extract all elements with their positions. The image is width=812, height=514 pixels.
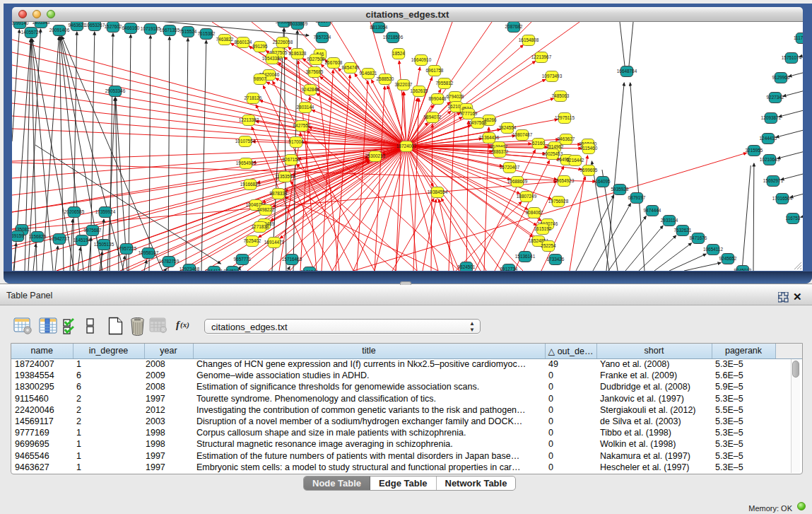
svg-text:16640910: 16640910: [411, 57, 432, 62]
svg-text:15751074: 15751074: [782, 55, 802, 60]
svg-text:8813054: 8813054: [370, 25, 388, 30]
svg-text:18524: 18524: [392, 51, 405, 56]
svg-text:9084067: 9084067: [526, 210, 543, 215]
svg-text:8464121: 8464121: [206, 269, 223, 271]
svg-text:16782759: 16782759: [159, 259, 180, 264]
svg-text:6794028: 6794028: [447, 94, 464, 99]
svg-text:6961758: 6961758: [426, 68, 444, 73]
svg-text:16648784: 16648784: [617, 69, 637, 74]
svg-text:8135074: 8135074: [316, 22, 334, 23]
svg-text:2087682: 2087682: [505, 24, 523, 29]
svg-text:(x): (x): [180, 320, 189, 329]
svg-text:16671355: 16671355: [160, 28, 180, 33]
svg-text:164095: 164095: [595, 179, 611, 184]
svg-text:1805343: 1805343: [33, 22, 50, 25]
svg-text:10210643: 10210643: [760, 157, 780, 162]
svg-text:2803144: 2803144: [297, 105, 314, 110]
svg-text:9975687: 9975687: [84, 228, 102, 233]
svg-text:9474444: 9474444: [644, 208, 661, 213]
svg-text:17359924: 17359924: [95, 209, 116, 214]
svg-text:19654985: 19654985: [236, 160, 257, 165]
svg-text:10688609: 10688609: [507, 179, 528, 184]
svg-text:98907: 98907: [254, 76, 266, 81]
svg-text:9777169: 9777169: [460, 111, 478, 116]
svg-text:15692971: 15692971: [763, 178, 784, 183]
svg-text:10025453: 10025453: [543, 151, 563, 156]
svg-text:10654112: 10654112: [703, 247, 723, 252]
svg-text:1498222: 1498222: [257, 207, 275, 212]
svg-text:19654923: 19654923: [554, 178, 575, 183]
svg-text:6879197: 6879197: [628, 195, 646, 200]
svg-text:12213382: 12213382: [239, 117, 259, 122]
svg-text:14055724: 14055724: [21, 30, 42, 35]
svg-text:7857224: 7857224: [314, 35, 331, 40]
svg-text:11353594: 11353594: [275, 174, 295, 179]
svg-text:2933114: 2933114: [661, 218, 678, 223]
svg-text:8267150: 8267150: [283, 157, 300, 162]
svg-text:29053346: 29053346: [105, 88, 126, 93]
svg-text:9245652: 9245652: [719, 256, 737, 261]
svg-text:2588520: 2588520: [377, 76, 394, 81]
svg-text:39159: 39159: [12, 233, 24, 238]
svg-text:1733426: 1733426: [547, 257, 565, 262]
svg-text:15720407: 15720407: [500, 165, 520, 170]
svg-text:12975115: 12975115: [555, 115, 575, 120]
svg-text:12213967: 12213967: [531, 54, 552, 59]
svg-text:9146821: 9146821: [360, 71, 377, 76]
svg-text:8990448: 8990448: [429, 96, 447, 101]
svg-text:16914479: 16914479: [264, 240, 285, 245]
svg-text:20091406: 20091406: [49, 28, 70, 33]
svg-text:1244415: 1244415: [760, 136, 777, 141]
svg-text:7615382: 7615382: [198, 31, 216, 36]
svg-text:10958107: 10958107: [139, 250, 159, 255]
svg-text:12942737: 12942737: [49, 236, 70, 241]
svg-text:7314962: 7314962: [546, 144, 564, 149]
svg-text:19384554: 19384554: [428, 189, 448, 194]
svg-text:8912734: 8912734: [500, 267, 518, 271]
svg-text:15716465: 15716465: [282, 257, 302, 262]
svg-text:10973493: 10973493: [542, 74, 563, 78]
svg-text:6466160: 6466160: [122, 25, 140, 30]
svg-text:23226058: 23226058: [273, 40, 293, 45]
svg-text:9463627: 9463627: [558, 136, 575, 141]
svg-text:9324501: 9324501: [458, 264, 476, 269]
svg-text:8660124: 8660124: [235, 40, 252, 45]
svg-text:5935928: 5935928: [611, 187, 629, 192]
svg-text:9176341: 9176341: [301, 269, 319, 271]
svg-text:3875685: 3875685: [306, 69, 324, 74]
svg-text:10543382: 10543382: [262, 56, 283, 61]
svg-text:7955812: 7955812: [436, 81, 454, 86]
svg-text:2667608: 2667608: [325, 60, 343, 65]
svg-text:9115460: 9115460: [580, 146, 598, 151]
svg-text:8878334: 8878334: [270, 191, 288, 196]
svg-text:9699695: 9699695: [580, 168, 598, 173]
svg-text:12923468: 12923468: [180, 267, 200, 271]
svg-text:252254: 252254: [541, 243, 556, 248]
svg-text:10807487: 10807487: [512, 132, 533, 137]
svg-text:1145194: 1145194: [73, 238, 91, 243]
svg-text:9327508: 9327508: [307, 57, 325, 62]
svg-text:9129966: 9129966: [772, 75, 790, 80]
svg-text:9894072: 9894072: [424, 115, 442, 119]
svg-text:7632621: 7632621: [674, 228, 692, 233]
svg-text:17957225: 17957225: [117, 246, 137, 251]
svg-text:3824554: 3824554: [499, 125, 517, 130]
svg-text:7886372: 7886372: [491, 149, 509, 154]
svg-text:1362615: 1362615: [411, 88, 428, 93]
svg-text:18807249: 18807249: [517, 194, 537, 199]
svg-text:8186328: 8186328: [289, 51, 307, 56]
svg-text:8454749: 8454749: [342, 65, 360, 70]
svg-text:19218506: 19218506: [383, 35, 404, 40]
svg-text:21364436: 21364436: [479, 135, 500, 140]
svg-text:1156829: 1156829: [29, 234, 47, 239]
svg-text:8471676: 8471676: [690, 235, 707, 240]
svg-text:9245012: 9245012: [224, 269, 242, 271]
svg-text:15136141: 15136141: [515, 254, 536, 259]
svg-text:25300215: 25300215: [365, 153, 386, 158]
svg-text:9216442: 9216442: [567, 158, 584, 163]
svg-text:16033809: 16033809: [288, 22, 308, 26]
svg-text:10653267: 10653267: [85, 23, 105, 28]
svg-text:7463822: 7463822: [216, 37, 234, 42]
svg-text:3822037: 3822037: [395, 82, 413, 87]
svg-text:7485063: 7485063: [552, 93, 570, 98]
